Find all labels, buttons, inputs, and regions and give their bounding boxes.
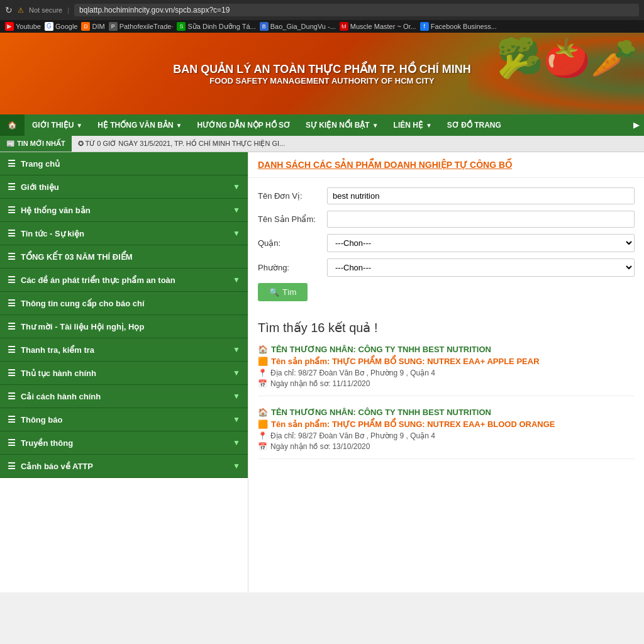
- cal-icon-2: 📅: [258, 442, 267, 451]
- result-2-date-text: Ngày nhận hồ sơ: 13/10/2020: [270, 442, 370, 451]
- san-pham-input[interactable]: [327, 211, 635, 228]
- patho-icon: P: [109, 22, 118, 31]
- home-icon-1: 🏠: [258, 345, 268, 354]
- sidebar-item-tong-ket[interactable]: ☰ TỔNG KẾT 03 NĂM THÍ ĐIỂM: [0, 245, 248, 269]
- site-title: BAN QUẢN LÝ AN TOÀN THỰC PHẨM TP. HỒ CHÍ…: [173, 62, 471, 76]
- results-count: Tìm thấy 16 kết quả !: [258, 320, 635, 335]
- result-2-product[interactable]: 🟧 Tên sản phẩm: THỰC PHẨM BỔ SUNG: NUTRE…: [258, 419, 635, 429]
- bookmark-bao[interactable]: B Bao_Gia_DungVu -...: [260, 22, 336, 31]
- sidebar-gioi-thieu-label: Giới thiệu: [21, 182, 59, 192]
- ticker-bar: 📰 TIN MỚI NHẤT ✪ TỪ 0 GIỜ NGÀY 31/5/2021…: [0, 136, 644, 152]
- browser-chrome: ↻ ⚠ Not secure |: [0, 0, 644, 20]
- sidebar-tin-tuc-label: Tin tức - Sự kiện: [21, 229, 84, 238]
- product-icon-1: 🟧: [258, 357, 268, 366]
- sidebar-de-an-label: Các đề án phát triển thực phẩm an toàn: [21, 275, 175, 285]
- nav-lien-he-arrow: ▼: [426, 122, 432, 129]
- fb-icon: f: [420, 22, 429, 31]
- nav-gioi-thieu-label: GIỚI THIỆU: [32, 121, 74, 130]
- results-section: Tìm thấy 16 kết quả ! 🏠 TÊN THƯƠNG NHÂN:…: [248, 311, 644, 480]
- bookmark-sua[interactable]: S Sữa Dinh Dưỡng Tá...: [177, 22, 255, 31]
- quan-label: Quận:: [258, 238, 327, 248]
- thu-tuc-icon: ☰: [8, 368, 16, 378]
- reload-button[interactable]: ↻: [5, 5, 13, 15]
- thu-moi-icon: ☰: [8, 321, 16, 331]
- result-1-company-text: TÊN THƯƠNG NHÂN: CÔNG TY TNHH BEST NUTRI…: [271, 345, 491, 354]
- sidebar-item-trang-chu[interactable]: ☰ Trang chủ: [0, 152, 248, 175]
- nav-gioi-thieu[interactable]: GIỚI THIỆU ▼: [25, 114, 90, 136]
- form-row-phuong: Phường: ---Chon---: [258, 258, 635, 277]
- result-1-company[interactable]: 🏠 TÊN THƯƠNG NHÂN: CÔNG TY TNHH BEST NUT…: [258, 345, 635, 354]
- result-item-1: 🏠 TÊN THƯƠNG NHÂN: CÔNG TY TNHH BEST NUT…: [258, 345, 635, 396]
- nav-more[interactable]: ▶: [628, 114, 644, 136]
- result-1-date: 📅 Ngày nhận hồ sơ: 11/11/2020: [258, 379, 635, 388]
- sidebar-item-thu-tuc[interactable]: ☰ Thủ tục hành chính ▼: [0, 362, 248, 385]
- sidebar-item-thong-bao[interactable]: ☰ Thông báo ▼: [0, 408, 248, 431]
- nav-lien-he[interactable]: LIÊN HỆ ▼: [386, 114, 440, 136]
- bookmark-youtube[interactable]: ▶ Youtube: [5, 22, 41, 31]
- bookmark-patho[interactable]: P PathofexileTrade·: [109, 22, 174, 31]
- phuong-select[interactable]: ---Chon---: [327, 258, 635, 277]
- nav-he-thong[interactable]: HỆ THỐNG VĂN BẢN ▼: [90, 114, 189, 136]
- nav-huong-dan[interactable]: HƯỚNG DẪN NỘP HỒ SƠ: [190, 114, 298, 136]
- quan-select[interactable]: ---Chon---: [327, 234, 635, 252]
- de-an-arrow: ▼: [233, 275, 240, 284]
- bookmark-google-label: Google: [55, 23, 77, 30]
- bookmark-fb[interactable]: f Facebook Business...: [420, 22, 497, 31]
- sidebar-item-cai-cach[interactable]: ☰ Cải cách hành chính ▼: [0, 385, 248, 408]
- site-header: BAN QUẢN LÝ AN TOÀN THỰC PHẨM TP. HỒ CHÍ…: [0, 33, 644, 114]
- sidebar-item-tin-tuc[interactable]: ☰ Tin tức - Sự kiện ▼: [0, 222, 248, 245]
- sidebar-item-truyen-thong[interactable]: ☰ Truyền thông ▼: [0, 431, 248, 455]
- separator: |: [67, 6, 69, 14]
- result-1-product[interactable]: 🟧 Tên sản phẩm: THỰC PHẨM BỔ SUNG: NUTRE…: [258, 357, 635, 366]
- security-indicator: ⚠: [18, 6, 24, 14]
- nav-su-kien-arrow: ▼: [372, 122, 379, 129]
- result-2-product-text: Tên sản phẩm: THỰC PHẨM BỔ SUNG: NUTREX …: [271, 419, 555, 429]
- nav-he-thong-arrow: ▼: [176, 122, 182, 129]
- bookmark-muscle-label: Muscle Master ~ Or...: [350, 23, 416, 30]
- bookmark-muscle[interactable]: M Muscle Master ~ Or...: [340, 22, 416, 31]
- truyen-thong-arrow: ▼: [233, 438, 240, 447]
- cai-cach-icon: ☰: [8, 391, 16, 401]
- sidebar: ☰ Trang chủ ☰ Giới thiệu ▼ ☰ Hệ thống vă…: [0, 152, 248, 592]
- bookmark-dim-label: DIM: [92, 23, 104, 30]
- tin-tuc-arrow: ▼: [233, 229, 240, 238]
- main-nav: 🏠 GIỚI THIỆU ▼ HỆ THỐNG VĂN BẢN ▼ HƯỚNG …: [0, 114, 644, 136]
- sidebar-canh-bao-label: Cảnh báo về ATTP: [21, 462, 93, 471]
- bookmark-google[interactable]: G Google: [45, 22, 77, 31]
- he-thong-arrow: ▼: [233, 206, 240, 214]
- nav-su-kien-label: SỰ KIỆN NỔI BẬT: [306, 121, 370, 130]
- gioi-thieu-icon: ☰: [8, 182, 16, 192]
- veggie-decoration: 🥦🍅🥕: [496, 36, 638, 80]
- nav-home[interactable]: 🏠: [0, 114, 25, 136]
- youtube-icon: ▶: [5, 22, 14, 31]
- nav-su-kien[interactable]: SỰ KIỆN NỔI BẬT ▼: [298, 114, 386, 136]
- don-vi-label: Tên Đơn Vị:: [258, 191, 327, 201]
- thong-bao-arrow: ▼: [233, 415, 240, 424]
- sidebar-tong-ket-label: TỔNG KẾT 03 NĂM THÍ ĐIỂM: [21, 252, 133, 262]
- url-bar[interactable]: [74, 4, 639, 16]
- he-thong-icon: ☰: [8, 205, 16, 215]
- sidebar-thu-tuc-label: Thủ tục hành chính: [21, 369, 96, 378]
- nav-so-do[interactable]: SƠ ĐỒ TRANG: [440, 114, 509, 136]
- don-vi-input[interactable]: [327, 187, 635, 204]
- search-button[interactable]: 🔍 Tìm: [258, 283, 308, 301]
- san-pham-label: Tên Sản Phẩm:: [258, 214, 327, 224]
- sidebar-item-thanh-tra[interactable]: ☰ Thanh tra, kiểm tra ▼: [0, 338, 248, 362]
- form-row-san-pham: Tên Sản Phẩm:: [258, 211, 635, 228]
- sidebar-item-canh-bao[interactable]: ☰ Cảnh báo về ATTP ▼: [0, 455, 248, 478]
- sidebar-item-gioi-thieu[interactable]: ☰ Giới thiệu ▼: [0, 175, 248, 199]
- cal-icon-1: 📅: [258, 379, 267, 388]
- bookmark-dim[interactable]: D DIM: [81, 22, 104, 31]
- sidebar-item-de-an[interactable]: ☰ Các đề án phát triển thực phẩm an toàn…: [0, 269, 248, 292]
- nav-lien-he-label: LIÊN HỆ: [394, 121, 423, 130]
- muscle-icon: M: [340, 22, 348, 31]
- sidebar-item-thong-tin[interactable]: ☰ Thông tin cung cấp cho báo chí: [0, 292, 248, 315]
- search-btn-label: Tìm: [282, 287, 296, 297]
- result-2-company[interactable]: 🏠 TÊN THƯƠNG NHÂN: CÔNG TY TNHH BEST NUT…: [258, 408, 635, 417]
- google-icon: G: [45, 22, 53, 31]
- sidebar-item-thu-moi[interactable]: ☰ Thư mời - Tài liệu Hội nghị, Họp: [0, 315, 248, 338]
- sidebar-item-he-thong-van-ban[interactable]: ☰ Hệ thống văn bản ▼: [0, 199, 248, 222]
- bookmark-bao-label: Bao_Gia_DungVu -...: [270, 23, 336, 30]
- tong-ket-icon: ☰: [8, 252, 16, 262]
- bookmark-patho-label: PathofexileTrade·: [119, 23, 174, 30]
